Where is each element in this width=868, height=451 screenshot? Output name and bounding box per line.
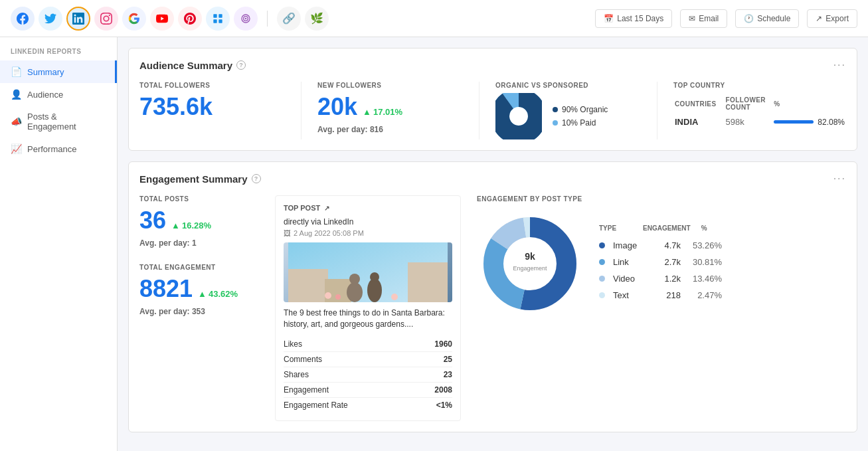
progress-bar-wrap: 82.08%	[774, 118, 845, 127]
pie-container: 90% Organic 10% Paid	[495, 93, 641, 139]
clock-icon: 🕐	[744, 14, 754, 23]
engagement-row-video: Video 1.2k 13.46%	[599, 270, 728, 287]
sidebar-item-audience-label: Audience	[27, 90, 63, 100]
svg-rect-3	[218, 19, 222, 23]
engagement-type-label: ENGAGEMENT BY POST TYPE	[477, 195, 846, 203]
sidebar-item-summary[interactable]: 📄 Summary	[0, 60, 117, 83]
nav-right: 📅 Last 15 Days ✉ Email 🕐 Schedule ↗ Expo…	[595, 9, 857, 28]
pinterest-icon[interactable]	[178, 7, 202, 31]
post-stat-engagement-rate: Engagement Rate <1%	[284, 398, 452, 412]
youtube-icon[interactable]	[150, 7, 174, 31]
engagement-more-button[interactable]: ···	[833, 173, 846, 185]
platform-icons: 🔗 🌿	[11, 7, 329, 31]
total-followers-section: TOTAL FOLLOWERS 735.6k	[139, 82, 302, 139]
schedule-button[interactable]: 🕐 Schedule	[735, 9, 799, 28]
twitter-icon[interactable]	[39, 7, 62, 31]
engagement-row-text: Text 218 2.47%	[599, 287, 728, 304]
post-date: 🖼 2 Aug 2022 05:08 PM	[284, 229, 452, 237]
audience-grid: TOTAL FOLLOWERS 735.6k NEW FOLLOWERS 20k…	[139, 82, 846, 139]
engagement-avg: Avg. per day: 353	[139, 307, 259, 316]
engagement-up-arrow-icon: ▲	[198, 289, 207, 299]
country-name: INDIA	[675, 114, 717, 130]
link-icon[interactable]: 🔗	[277, 7, 301, 31]
circles-icon[interactable]	[234, 7, 258, 31]
image-icon: 🖼	[284, 229, 291, 237]
audience-info-icon[interactable]: ?	[236, 60, 246, 70]
export-icon: ↗	[816, 14, 822, 23]
buffer-icon[interactable]	[206, 7, 230, 31]
organic-sponsored-label: ORGANIC VS SPONSORED	[495, 82, 641, 89]
table-row: INDIA 598k 82.08%	[675, 114, 845, 130]
email-icon: ✉	[689, 14, 695, 23]
post-image-svg	[284, 242, 452, 302]
sidebar-item-posts-label: Posts & Engagement	[27, 112, 106, 132]
organic-sponsored-section: ORGANIC VS SPONSORED 90% Or	[495, 82, 657, 139]
organic-dot	[553, 107, 558, 112]
svg-rect-12	[408, 262, 448, 302]
sidebar-item-audience[interactable]: 👤 Audience	[0, 83, 117, 106]
linkedin-icon[interactable]	[66, 7, 90, 31]
new-followers-section: NEW FOLLOWERS 20k ▲ 17.01% Avg. per day:…	[317, 82, 479, 139]
total-engagement-change: ▲ 43.62%	[198, 289, 238, 299]
date-range-label: Last 15 Days	[617, 14, 663, 23]
post-image	[284, 242, 452, 302]
image-dot	[599, 242, 605, 248]
paid-dot	[553, 120, 558, 126]
audience-icon: 👤	[11, 89, 22, 100]
sidebar-item-performance-label: Performance	[27, 144, 76, 154]
top-post-header: TOP POST ↗	[284, 204, 452, 212]
new-followers-avg: Avg. per day: 816	[317, 125, 463, 134]
instagram-icon[interactable]	[94, 7, 118, 31]
audience-card-header: Audience Summary ? ···	[139, 59, 846, 71]
engagement-grid: TOTAL POSTS 36 ▲ 16.28% Avg. per day: 1	[139, 195, 846, 421]
total-posts-change: ▲ 16.28%	[171, 221, 211, 230]
audience-more-button[interactable]: ···	[833, 59, 846, 71]
engagement-row-link: Link 2.7k 30.81%	[599, 254, 728, 270]
leaf-icon[interactable]: 🌿	[305, 7, 329, 31]
post-source: directly via LinkedIn	[284, 217, 452, 226]
engagement-summary-card: Engagement Summary ? ··· TOTAL POSTS 36 …	[128, 161, 857, 432]
top-country-section: TOP COUNTRY COUNTRIES FOLLOWER COUNT % I…	[673, 82, 846, 139]
svg-rect-1	[218, 14, 222, 17]
audience-summary-card: Audience Summary ? ··· TOTAL FOLLOWERS 7…	[128, 48, 857, 151]
export-button[interactable]: ↗ Export	[807, 9, 857, 28]
up-arrow-icon: ▲	[363, 107, 371, 117]
engagement-info-icon[interactable]: ?	[252, 174, 261, 183]
top-nav: 🔗 🌿 📅 Last 15 Days ✉ Email 🕐 Schedule ↗ …	[0, 0, 868, 37]
svg-point-16	[370, 272, 379, 282]
pie-legend: 90% Organic 10% Paid	[553, 105, 608, 128]
total-posts-label: TOTAL POSTS	[139, 195, 259, 203]
total-followers-label: TOTAL FOLLOWERS	[139, 82, 285, 89]
engagement-card-title: Engagement Summary ?	[139, 173, 261, 185]
sidebar-item-posts-engagement[interactable]: 📣 Posts & Engagement	[0, 106, 117, 137]
country-pct-cell: 82.08%	[768, 114, 845, 130]
organic-pie-chart	[495, 93, 542, 139]
donut-container: 9k Engagement TYPE ENGAGEMENT %	[477, 211, 846, 317]
top-country-label: TOP COUNTRY	[673, 82, 846, 89]
svg-point-14	[349, 274, 360, 284]
svg-point-13	[347, 282, 363, 302]
post-stats: Likes 1960 Comments 25 Shares 23 Engag	[284, 337, 452, 412]
facebook-icon[interactable]	[11, 7, 35, 31]
svg-point-18	[335, 294, 341, 300]
paid-legend-item: 10% Paid	[553, 118, 608, 128]
sidebar-item-performance[interactable]: 📈 Performance	[0, 137, 117, 160]
external-link-icon: ↗	[324, 205, 329, 212]
top-post-section: TOP POST ↗ directly via LinkedIn 🖼 2 Aug…	[275, 195, 461, 421]
date-range-button[interactable]: 📅 Last 15 Days	[595, 9, 672, 28]
email-button[interactable]: ✉ Email	[680, 9, 727, 28]
engagement-donut-chart: 9k Engagement	[477, 211, 583, 317]
total-posts-value: 36	[139, 207, 166, 234]
app-layout: LINKEDIN REPORTS 📄 Summary 👤 Audience 📣 …	[0, 37, 868, 451]
audience-card-title: Audience Summary ?	[139, 60, 246, 71]
svg-point-15	[367, 278, 382, 302]
svg-rect-10	[288, 269, 328, 302]
new-followers-label: NEW FOLLOWERS	[317, 82, 463, 89]
total-engagement-value: 8821	[139, 275, 193, 303]
performance-icon: 📈	[11, 143, 22, 154]
country-count: 598k	[718, 114, 768, 130]
total-engagement-section: TOTAL ENGAGEMENT 8821 ▲ 43.62% Avg. per …	[139, 264, 259, 316]
google-icon[interactable]	[122, 7, 146, 31]
export-label: Export	[825, 14, 849, 23]
svg-point-19	[391, 294, 398, 300]
